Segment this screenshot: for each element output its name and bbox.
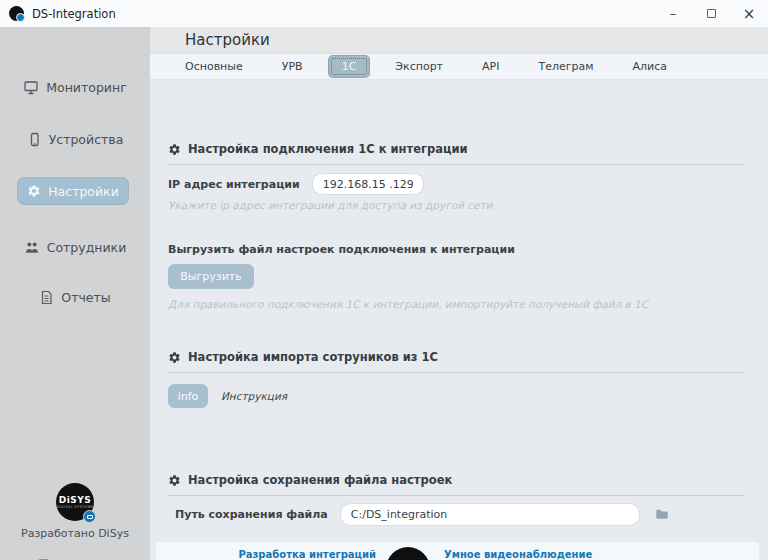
disys-footer-logo: DiSYS DIGITAL SYSTEMS (386, 547, 430, 560)
section-divider (168, 372, 745, 373)
tab-1c[interactable]: 1С (329, 56, 370, 77)
footer-card: Разработка интеграций Пропускные системы… (155, 541, 760, 560)
export-file-label: Выгрузить файл настроек подключения к ин… (168, 243, 515, 256)
sidebar-item-employees[interactable]: Сотрудники (0, 233, 150, 261)
sidebar-item-reports[interactable]: Отчеты (0, 283, 150, 311)
section-connection-header: Настройка подключения 1С к интеграции (168, 142, 468, 156)
window-title: DS-Integration (32, 7, 116, 21)
tab-osnovnye[interactable]: Основные (172, 56, 256, 77)
section-import-header: Настройка импорта сотруников из 1С (168, 350, 438, 364)
monitor-icon (23, 80, 39, 95)
ip-field-row: IP адрес интеграции (168, 173, 424, 195)
instruction-label: Инструкция (221, 390, 287, 402)
ip-label: IP адрес интеграции (168, 178, 300, 191)
sidebar-item-label: Отчеты (61, 290, 110, 305)
tab-content: Настройка подключения 1С к интеграции IP… (150, 80, 768, 560)
sidebar-item-devices[interactable]: Устройства (0, 125, 150, 153)
device-icon (27, 132, 42, 147)
info-button[interactable]: info (168, 384, 208, 408)
sidebar-item-label: Настройки (48, 184, 119, 199)
footer-service: Умное видеонаблюдение (444, 548, 654, 560)
footer-service: Разработка интеграций (214, 548, 376, 560)
maximize-button[interactable] (692, 0, 730, 27)
save-path-label: Путь сохранения файла (175, 508, 328, 521)
tab-api[interactable]: API (469, 56, 512, 77)
sidebar-item-monitoring[interactable]: Мониторинг (0, 73, 150, 101)
section-save-header: Настройка сохранения файла настроек (168, 473, 452, 487)
sidebar-item-label: Устройства (49, 132, 124, 147)
disys-logo: DiSYS DIGITAL SYSTEMS (56, 483, 94, 521)
folder-icon (655, 508, 669, 520)
tab-alisa[interactable]: Алиса (620, 56, 681, 77)
section-divider (168, 495, 745, 496)
people-icon (24, 240, 40, 255)
sidebar-item-settings[interactable]: Настройки (17, 177, 129, 205)
page-title: Настройки (150, 27, 768, 54)
ip-hint: Укажите ip адрес интеграции для доступа … (168, 199, 492, 211)
main-panel: Настройки Основные УРВ 1С Экспорт API Те… (150, 27, 768, 560)
gear-icon (27, 184, 41, 198)
browse-folder-button[interactable] (650, 502, 675, 526)
export-hint: Для правильного подключения 1С к интегра… (168, 298, 648, 310)
app-logo-icon (9, 6, 24, 21)
sidebar-item-label: Мониторинг (46, 80, 126, 95)
section-divider (168, 164, 745, 165)
footer-services-right: Умное видеонаблюдение Обслуживание серве… (444, 548, 654, 560)
export-button[interactable]: Выгрузить (168, 264, 254, 289)
ip-input[interactable] (312, 173, 424, 195)
window-controls: – × (654, 0, 768, 27)
gear-icon (168, 474, 181, 487)
footer-services-left: Разработка интеграций Пропускные системы… (214, 548, 376, 560)
sidebar-item-label: Сотрудники (47, 240, 127, 255)
tab-urv[interactable]: УРВ (269, 56, 316, 77)
save-path-row: Путь сохранения файла (175, 502, 675, 526)
minimize-button[interactable]: – (654, 0, 692, 27)
section-title: Настройка подключения 1С к интеграции (188, 142, 468, 156)
disys-logo-subtext: DIGITAL SYSTEMS (57, 505, 94, 509)
gear-icon (168, 351, 181, 364)
tab-telegram[interactable]: Телеграм (525, 56, 606, 77)
title-bar: DS-Integration – × (0, 0, 768, 27)
gear-icon (168, 143, 181, 156)
sidebar: Мониторинг Устройства Настройки Сотрудни… (0, 27, 150, 560)
close-button[interactable]: × (730, 0, 768, 27)
section-title: Настройка импорта сотруников из 1С (188, 350, 438, 364)
disys-badge-icon (83, 510, 96, 523)
save-path-input[interactable] (340, 503, 640, 526)
settings-tabbar: Основные УРВ 1С Экспорт API Телеграм Али… (150, 54, 768, 80)
developed-by-label: Разработано DiSys (0, 527, 150, 540)
maximize-icon (707, 9, 716, 18)
report-icon (39, 290, 54, 305)
tab-export[interactable]: Экспорт (382, 56, 456, 77)
section-title: Настройка сохранения файла настроек (188, 473, 452, 487)
instruction-row: info Инструкция (168, 384, 287, 408)
sidebar-item-license[interactable]: Лицензия (0, 554, 150, 560)
disys-logo-text: DiSYS (59, 495, 92, 505)
